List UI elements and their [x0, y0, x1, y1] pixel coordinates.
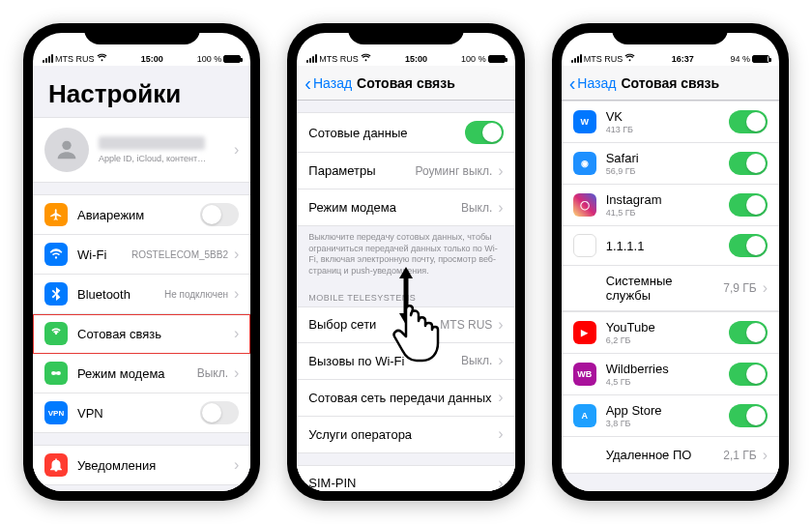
chevron-right-icon: › [763, 280, 768, 296]
app-icon: ▶ [573, 321, 596, 344]
battery-icon [488, 55, 506, 63]
app-toggle[interactable] [729, 321, 768, 344]
wifi-row[interactable]: Wi-Fi ROSTELECOM_5BB2 › [33, 235, 250, 275]
wifi-icon [97, 53, 107, 64]
app-usage: 56,9 ГБ [606, 166, 729, 176]
hotspot-row[interactable]: Режим модема Выкл. › [33, 354, 250, 393]
chevron-right-icon: › [498, 390, 503, 405]
app-name: Instagram [606, 192, 729, 207]
app-name: YouTube [606, 320, 729, 335]
app-toggle[interactable] [729, 234, 768, 257]
airplane-toggle[interactable] [200, 203, 239, 226]
chevron-right-icon: › [234, 457, 239, 473]
app-name: App Store [606, 403, 729, 418]
vpn-label: VPN [77, 406, 200, 421]
app-toggle[interactable] [729, 110, 768, 133]
app-usage: 4,5 ГБ [606, 377, 729, 387]
vpn-row[interactable]: VPN VPN [33, 393, 250, 433]
chevron-right-icon: › [498, 476, 503, 491]
battery-icon [223, 55, 241, 63]
back-button[interactable]: ‹ Назад [569, 75, 617, 91]
status-time: 16:37 [672, 54, 694, 64]
app-toggle[interactable] [729, 152, 768, 175]
app-icon: A [573, 404, 596, 427]
app-row[interactable]: 1⃣ 1.1.1.1 [562, 226, 779, 266]
app-row[interactable]: ◉ Safari 56,9 ГБ [562, 143, 779, 185]
cellular-icon [44, 322, 68, 345]
cellular-label: Сотовая связь [77, 327, 228, 341]
hotspot-value: Выкл. [461, 201, 492, 215]
app-row[interactable]: W VK 413 ГБ [562, 101, 779, 143]
notifications-row[interactable]: Уведомления › [33, 445, 250, 485]
sim-pin-label: SIM-PIN [308, 476, 492, 490]
app-name: Safari [606, 151, 729, 165]
app-name: Wildberries [606, 362, 729, 376]
app-icon: WB [573, 363, 596, 386]
footnote: Выключите передачу сотовых данных, чтобы… [297, 226, 514, 281]
cellular-data-toggle[interactable] [465, 121, 504, 144]
screen: MTS RUS 15:00 100 % Настройки Apple ID, … [33, 33, 250, 491]
battery-icon [752, 55, 769, 63]
wifi-icon [361, 53, 371, 64]
nav-bar: ‹ Назад Сотовая связь [297, 66, 514, 101]
wifi-label: Wi-Fi [77, 247, 126, 262]
app-row[interactable]: ◯ Instagram 41,5 ГБ [562, 185, 779, 226]
hotspot-label: Режим модема [308, 200, 455, 215]
vpn-toggle[interactable] [200, 401, 239, 424]
carrier-label: MTS RUS [55, 54, 95, 64]
options-row[interactable]: Параметры Роуминг выкл. › [297, 153, 514, 189]
app-icon: ◯ [573, 193, 596, 217]
bluetooth-row[interactable]: Bluetooth Не подключен › [33, 275, 250, 314]
app-toggle[interactable] [729, 404, 768, 427]
app-icon: ◉ [573, 152, 596, 175]
nav-bar: ‹ Назад Сотовая связь [562, 66, 779, 101]
airplane-row[interactable]: Авиарежим [33, 194, 250, 235]
cellular-network-label: Сотовая сеть передачи данных [308, 391, 492, 405]
app-usage: 413 ГБ [606, 125, 729, 134]
profile-name-blurred [99, 136, 205, 150]
options-label: Параметры [308, 163, 409, 178]
chevron-right-icon: › [498, 353, 503, 368]
svg-point-0 [62, 141, 71, 150]
battery-label: 94 % [730, 54, 750, 64]
wifi-calling-label: Вызовы по Wi-Fi [308, 354, 455, 368]
app-icon: W [573, 110, 596, 133]
chevron-right-icon: › [498, 200, 503, 216]
cellular-network-row[interactable]: Сотовая сеть передачи данных › [297, 380, 514, 417]
back-button[interactable]: ‹ Назад [304, 75, 352, 91]
carrier-services-label: Услуги оператора [308, 427, 492, 442]
system-services-row[interactable]: Системные службы 7,9 ГБ › [562, 266, 779, 311]
apple-id-row[interactable]: Apple ID, iCloud, контент… › [33, 117, 250, 183]
sim-pin-row[interactable]: SIM-PIN › [297, 465, 514, 491]
hotspot-row[interactable]: Режим модема Выкл. › [297, 189, 514, 226]
app-name: 1.1.1.1 [606, 239, 729, 253]
bluetooth-value: Не подключен [164, 289, 228, 300]
notifications-label: Уведомления [77, 458, 228, 473]
battery-label: 100 % [461, 54, 486, 64]
removed-apps-row[interactable]: Удаленное ПО 2,1 ГБ › [562, 437, 779, 474]
signal-icon [306, 54, 317, 63]
chevron-right-icon: › [234, 365, 239, 381]
system-services-label: Системные службы [606, 274, 718, 303]
app-row[interactable]: A App Store 3,8 ГБ [562, 395, 779, 437]
hotspot-label: Режим модема [77, 366, 191, 381]
avatar [44, 128, 89, 172]
app-row[interactable]: ▶ YouTube 6,2 ГБ [562, 311, 779, 354]
removed-apps-value: 2,1 ГБ [723, 449, 756, 462]
network-selection-row[interactable]: Выбор сети MTS RUS › [297, 306, 514, 343]
screen: MTS RUS 15:00 100 % ‹ Назад Сотовая связ… [297, 33, 514, 491]
page-title: Настройки [33, 66, 250, 117]
options-value: Роуминг выкл. [415, 164, 492, 178]
network-sel-value: MTS RUS [440, 318, 492, 332]
carrier-services-row[interactable]: Услуги оператора › [297, 417, 514, 453]
wifi-calling-row[interactable]: Вызовы по Wi-Fi Выкл. › [297, 343, 514, 380]
chevron-right-icon: › [498, 163, 503, 179]
wifi-icon [624, 53, 635, 64]
section-header: MOBILE TELESYSTEMS [297, 281, 514, 306]
vpn-icon: VPN [44, 401, 68, 424]
app-toggle[interactable] [729, 193, 768, 217]
app-row[interactable]: WB Wildberries 4,5 ГБ [562, 354, 779, 395]
cellular-data-row[interactable]: Сотовые данные [297, 112, 514, 153]
app-toggle[interactable] [729, 363, 768, 386]
cellular-row[interactable]: Сотовая связь › [33, 314, 250, 354]
